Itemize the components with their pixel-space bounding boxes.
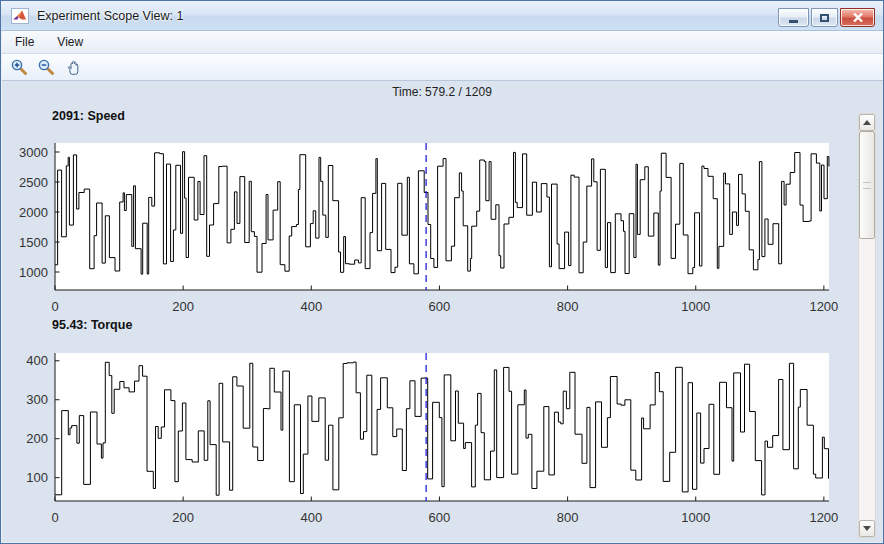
x-tick-label: 1000	[681, 510, 710, 525]
plots-canvas: 1000150020002500300002004006008001000120…	[2, 81, 884, 542]
y-tick-label: 200	[26, 431, 48, 446]
y-tick-label: 1500	[19, 235, 48, 250]
window-title: Experiment Scope View: 1	[37, 9, 183, 23]
x-tick-label: 0	[51, 299, 58, 314]
experiment-scope-window: Experiment Scope View: 1 File View	[0, 0, 884, 544]
x-tick-label: 0	[51, 510, 58, 525]
x-tick-label: 800	[557, 510, 579, 525]
zoom-out-icon	[38, 59, 55, 76]
vertical-scrollbar[interactable]	[858, 113, 876, 538]
x-tick-label: 1200	[809, 510, 838, 525]
y-tick-label: 400	[26, 353, 48, 368]
matlab-icon	[11, 8, 29, 24]
y-tick-label: 2500	[19, 175, 48, 190]
x-tick-label: 1000	[681, 299, 710, 314]
x-tick-label: 400	[300, 510, 322, 525]
y-tick-label: 1000	[19, 265, 48, 280]
arrow-down-icon	[863, 526, 871, 531]
pan-button[interactable]	[62, 56, 85, 78]
toolbar	[2, 54, 884, 81]
y-tick-label: 2000	[19, 205, 48, 220]
maximize-icon	[820, 14, 829, 22]
torque-chart: 100200300400020040060080010001200	[26, 353, 838, 525]
zoom-in-icon	[11, 59, 28, 76]
scroll-up-button[interactable]	[859, 114, 875, 131]
x-tick-label: 200	[172, 299, 194, 314]
close-icon	[853, 13, 863, 22]
y-tick-label: 100	[26, 470, 48, 485]
window-controls	[778, 8, 875, 27]
speed-chart: 1000150020002500300002004006008001000120…	[19, 143, 838, 314]
scroll-down-button[interactable]	[859, 520, 875, 537]
y-tick-label: 300	[26, 392, 48, 407]
x-tick-label: 800	[557, 299, 579, 314]
x-tick-label: 600	[429, 299, 451, 314]
titlebar[interactable]: Experiment Scope View: 1	[1, 1, 883, 31]
y-tick-label: 3000	[19, 145, 48, 160]
pan-hand-icon	[65, 59, 82, 76]
minimize-icon	[789, 20, 798, 23]
x-tick-label: 1200	[809, 299, 838, 314]
menu-view[interactable]: View	[47, 32, 93, 53]
minimize-button[interactable]	[778, 8, 809, 27]
menu-file[interactable]: File	[5, 32, 44, 53]
arrow-up-icon	[863, 120, 871, 125]
scope-panel: Time: 579.2 / 1209 2091: Speed 95.43: To…	[2, 81, 884, 542]
maximize-button[interactable]	[811, 8, 838, 27]
zoom-in-button[interactable]	[8, 56, 31, 78]
x-tick-label: 400	[300, 299, 322, 314]
menubar: File View	[2, 31, 884, 54]
x-tick-label: 600	[429, 510, 451, 525]
zoom-out-button[interactable]	[35, 56, 58, 78]
x-tick-label: 200	[172, 510, 194, 525]
scrollbar-thumb[interactable]	[859, 131, 875, 239]
close-button[interactable]	[840, 8, 875, 27]
